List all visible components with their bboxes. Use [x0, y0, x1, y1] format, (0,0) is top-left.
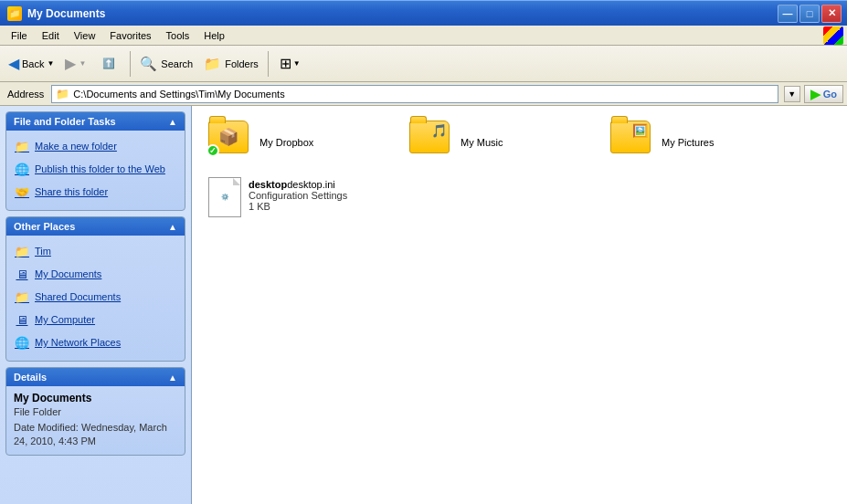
dropbox-folder-icon: 📦 ✓ [208, 121, 252, 164]
details-chevron: ▲ [168, 373, 177, 383]
search-icon: 🔍 [140, 56, 157, 72]
share-folder-link[interactable]: 🤝 Share this folder [10, 182, 181, 202]
toolbar-separator-2 [268, 51, 269, 77]
minimize-button[interactable]: — [778, 5, 798, 23]
address-input-wrap: 📁 [51, 85, 778, 103]
file-pane: 📦 ✓ My Dropbox 🎵 My Music [192, 106, 847, 504]
views-button[interactable]: ⊞ ▼ [273, 49, 307, 79]
menu-view[interactable]: View [67, 28, 103, 43]
search-button[interactable]: 🔍 Search [135, 49, 197, 79]
file-folder-tasks-content: 📁 Make a new folder 🌐 Publish this folde… [6, 131, 185, 210]
sidebar: File and Folder Tasks ▲ 📁 Make a new fol… [0, 106, 192, 504]
back-arrow-icon: ◀ [8, 55, 19, 72]
dropbox-name: My Dropbox [259, 137, 313, 148]
tim-link[interactable]: 📁 Tim [10, 241, 181, 261]
toolbar-separator-1 [130, 51, 131, 77]
ini-label: desktopdesktop.ini Configuration Setting… [249, 177, 347, 212]
my-network-places-label: My Network Places [35, 337, 121, 348]
menu-edit[interactable]: Edit [35, 28, 67, 43]
details-date-info: Date Modified: Wednesday, March 24, 2010… [14, 421, 177, 449]
other-places-title: Other Places [14, 221, 75, 232]
windows-logo [823, 26, 843, 45]
folders-label: Folders [225, 58, 259, 69]
up-button[interactable]: ⬆️ [92, 49, 125, 79]
publish-icon: 🌐 [14, 161, 30, 177]
menu-tools[interactable]: Tools [159, 28, 197, 43]
music-folder-icon: 🎵 [409, 121, 453, 164]
other-places-content: 📁 Tim 🖥 My Documents 📁 Shared Documents … [6, 236, 185, 361]
up-icon: ⬆️ [102, 58, 115, 69]
file-item-desktop-ini[interactable]: ⚙️ desktopdesktop.ini Configuration Sett… [201, 170, 838, 225]
menu-help[interactable]: Help [196, 28, 232, 43]
tim-label: Tim [35, 246, 51, 257]
details-content: My Documents File Folder Date Modified: … [6, 386, 185, 455]
title-bar: 📁 My Documents — □ ✕ [0, 0, 847, 26]
ini-icon-shape: ⚙️ [208, 177, 241, 217]
file-item-my-dropbox[interactable]: 📦 ✓ My Dropbox [201, 115, 402, 170]
search-label: Search [161, 58, 193, 69]
pictures-folder-icon: 🖼️ [610, 121, 654, 164]
pictures-name: My Pictures [662, 137, 714, 148]
title-bar-controls: — □ ✕ [778, 5, 842, 23]
details-title: Details [14, 372, 47, 383]
file-item-my-music[interactable]: 🎵 My Music [402, 115, 603, 170]
window-icon: 📁 [7, 6, 22, 21]
back-button[interactable]: ◀ Back ▼ [4, 49, 58, 79]
ini-subtype: Configuration Settings [249, 190, 347, 201]
publish-folder-link[interactable]: 🌐 Publish this folder to the Web [10, 159, 181, 179]
details-header[interactable]: Details ▲ [6, 368, 185, 386]
my-computer-link[interactable]: 🖥 My Computer [10, 310, 181, 330]
back-label: Back [22, 58, 44, 69]
details-folder-name: My Documents [14, 392, 177, 404]
make-new-folder-label: Make a new folder [35, 141, 117, 152]
ini-file-icon: ⚙️ [208, 177, 241, 217]
go-button[interactable]: ▶ Go [804, 85, 843, 103]
address-label: Address [4, 89, 48, 100]
title-bar-left: 📁 My Documents [7, 6, 105, 21]
folders-button[interactable]: 📁 Folders [199, 49, 263, 79]
maximize-button[interactable]: □ [799, 5, 820, 23]
forward-icon: ▶ [65, 55, 76, 72]
file-folder-tasks-chevron: ▲ [168, 117, 177, 127]
make-new-folder-link[interactable]: 📁 Make a new folder [10, 136, 181, 156]
menu-favorites[interactable]: Favorites [102, 28, 158, 43]
other-places-header[interactable]: Other Places ▲ [6, 217, 185, 236]
shared-documents-icon: 📁 [14, 289, 30, 305]
my-network-places-link[interactable]: 🌐 My Network Places [10, 332, 181, 352]
file-folder-tasks-header[interactable]: File and Folder Tasks ▲ [6, 112, 185, 131]
my-documents-label: My Documents [35, 268, 101, 279]
file-item-my-pictures[interactable]: 🖼️ My Pictures [603, 115, 804, 170]
forward-dropdown-icon: ▼ [79, 59, 86, 68]
toolbar: ◀ Back ▼ ▶ ▼ ⬆️ 🔍 Search 📁 Folders ⊞ ▼ [0, 46, 847, 82]
my-computer-icon: 🖥 [14, 311, 30, 328]
tim-folder-icon: 📁 [14, 243, 30, 259]
shared-documents-label: Shared Documents [35, 291, 121, 302]
address-dropdown[interactable]: ▼ [784, 86, 800, 102]
ini-size: 1 KB [249, 201, 347, 212]
forward-button[interactable]: ▶ ▼ [60, 49, 90, 79]
address-folder-icon: 📁 [56, 88, 69, 100]
other-places-section: Other Places ▲ 📁 Tim 🖥 My Documents 📁 Sh… [5, 216, 185, 362]
address-input[interactable] [73, 89, 773, 100]
close-button[interactable]: ✕ [821, 5, 842, 23]
my-documents-icon: 🖥 [14, 266, 30, 282]
my-documents-link[interactable]: 🖥 My Documents [10, 264, 181, 284]
details-folder-type: File Folder [14, 406, 177, 417]
menu-file[interactable]: File [4, 28, 35, 43]
file-grid: 📦 ✓ My Dropbox 🎵 My Music [201, 115, 838, 225]
make-folder-icon: 📁 [14, 138, 30, 154]
address-bar: Address 📁 ▼ ▶ Go [0, 82, 847, 106]
file-folder-tasks-title: File and Folder Tasks [14, 116, 116, 127]
shared-documents-link[interactable]: 📁 Shared Documents [10, 287, 181, 307]
ini-filename: desktopdesktop.ini [249, 179, 347, 190]
views-dropdown-icon: ▼ [293, 59, 301, 68]
dropbox-label: My Dropbox [259, 137, 313, 148]
file-folder-tasks-section: File and Folder Tasks ▲ 📁 Make a new fol… [5, 111, 185, 211]
music-label: My Music [461, 137, 503, 148]
go-label: Go [823, 89, 837, 100]
publish-folder-label: Publish this folder to the Web [35, 163, 165, 174]
views-icon: ⊞ [280, 55, 291, 72]
date-modified-label: Date Modified: [14, 422, 79, 433]
menu-bar: File Edit View Favorites Tools Help [0, 26, 847, 46]
folders-icon: 📁 [204, 56, 221, 72]
